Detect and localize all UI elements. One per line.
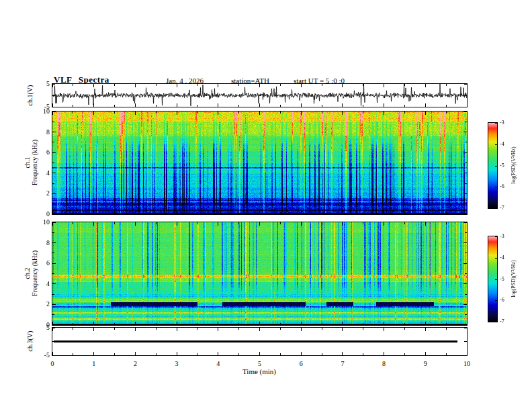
y-tick	[52, 314, 54, 315]
x-tick	[259, 103, 260, 107]
x-tick	[404, 111, 405, 113]
x-tick	[446, 212, 447, 214]
ch2-spectrogram-canvas	[52, 222, 467, 325]
x-tick	[404, 353, 405, 355]
x-tick	[177, 111, 177, 115]
x-tick	[238, 212, 239, 214]
colorbar-tick-label: -5	[500, 276, 504, 282]
x-tick	[114, 222, 115, 224]
x-tick	[259, 84, 260, 87]
x-tick	[197, 111, 197, 113]
x-tick	[322, 323, 322, 325]
x-tick	[363, 353, 363, 355]
y-tick	[463, 111, 467, 112]
x-tick	[363, 328, 363, 330]
x-tick	[197, 353, 197, 355]
y-tick-label: 5	[38, 80, 50, 87]
x-tick-label: 3	[175, 360, 179, 367]
x-tick-label: 8	[382, 360, 386, 367]
x-tick	[322, 328, 322, 330]
y-tick	[52, 111, 56, 112]
y-tick	[52, 122, 54, 122]
colorbar-ch1	[488, 122, 498, 209]
y-tick	[464, 355, 467, 356]
x-tick	[425, 222, 426, 226]
x-tick	[93, 103, 94, 107]
y-tick	[464, 95, 467, 96]
colorbar-tick-label: -5	[500, 163, 504, 169]
y-tick	[52, 84, 55, 85]
y-tick	[52, 283, 56, 284]
y-tick-label: 2	[35, 189, 50, 197]
ch2-axis-label-line1: ch.2	[24, 250, 31, 296]
x-tick	[446, 323, 447, 325]
x-tick	[259, 328, 260, 331]
y-tick	[465, 253, 467, 253]
x-tick	[177, 84, 177, 87]
x-tick	[342, 352, 343, 355]
y-tick	[52, 263, 56, 264]
y-tick-label: 2	[35, 300, 50, 308]
x-tick	[238, 111, 239, 113]
y-tick-label: 10	[35, 218, 50, 226]
x-tick	[177, 352, 177, 355]
x-tick	[218, 328, 218, 331]
y-tick	[52, 95, 55, 96]
x-tick	[404, 328, 405, 330]
x-tick	[156, 353, 157, 355]
y-tick	[463, 283, 467, 284]
y-tick-label: -5	[38, 351, 50, 359]
x-tick	[342, 111, 343, 115]
x-tick	[177, 222, 177, 226]
y-tick	[52, 242, 56, 243]
x-tick	[425, 111, 426, 115]
y-tick	[52, 193, 56, 194]
y-tick-label: 6	[35, 148, 50, 156]
x-tick	[238, 353, 239, 355]
ch1-voltage-axis-label: ch.1(V)	[26, 85, 34, 106]
x-tick	[301, 103, 302, 107]
y-tick	[463, 263, 467, 264]
x-tick	[218, 84, 218, 87]
x-tick	[446, 111, 447, 113]
x-tick	[73, 222, 73, 224]
x-tick	[280, 353, 281, 355]
x-tick	[73, 353, 73, 355]
x-tick	[301, 211, 302, 214]
x-tick	[404, 323, 405, 325]
x-tick	[301, 222, 302, 226]
y-tick	[465, 142, 467, 142]
x-tick	[135, 222, 136, 226]
y-tick-label: 4	[35, 280, 50, 287]
x-tick	[363, 105, 363, 107]
ch2-axis-label-line2: Frequency (kHz)	[31, 250, 38, 296]
y-tick	[52, 325, 56, 326]
colorbar-tick	[495, 321, 497, 322]
y-tick	[463, 325, 467, 326]
colorbar-ch2	[488, 236, 498, 322]
ch1-spectrogram-canvas	[52, 111, 467, 214]
colorbar-ch2-label: log(PSD)(V²/Hz)	[511, 260, 517, 297]
x-tick-label: 0	[51, 360, 54, 367]
y-tick-label: -5	[38, 103, 50, 110]
x-tick	[114, 111, 115, 113]
x-tick	[197, 105, 197, 107]
x-tick	[280, 328, 281, 330]
colorbar-tick-label: -4	[500, 141, 504, 147]
x-tick-label: 6	[300, 360, 303, 367]
y-tick	[464, 84, 467, 85]
x-tick	[259, 352, 260, 355]
x-tick	[135, 352, 136, 355]
y-tick	[465, 183, 467, 184]
colorbar-tick-label: -4	[500, 255, 504, 261]
x-tick	[363, 222, 363, 224]
y-tick	[465, 203, 467, 204]
x-tick	[52, 328, 53, 331]
colorbar-tick	[495, 144, 497, 145]
x-tick	[384, 103, 384, 107]
ch1-axis-label-line1: ch.1	[24, 140, 31, 185]
x-tick	[156, 105, 157, 107]
colorbar-tick	[495, 258, 497, 259]
colorbar-tick	[495, 208, 497, 208]
y-tick	[463, 132, 467, 132]
